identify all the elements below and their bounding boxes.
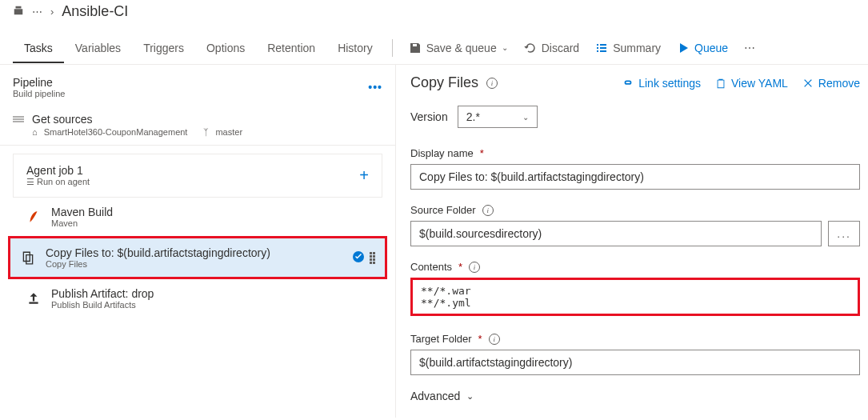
ellipsis-icon: ⋯	[744, 42, 755, 54]
task-row-maven[interactable]: Maven Build Maven	[13, 198, 382, 236]
chevron-down-icon: ⌄	[502, 43, 508, 52]
tab-tasks[interactable]: Tasks	[13, 34, 64, 62]
undo-icon	[524, 42, 537, 54]
info-icon[interactable]: i	[469, 262, 480, 273]
task-title: Maven Build	[51, 206, 113, 218]
info-icon[interactable]: i	[489, 334, 500, 345]
remove-label: Remove	[818, 77, 860, 90]
check-icon	[352, 250, 365, 266]
tabs-bar: Tasks Variables Triggers Options Retenti…	[0, 31, 868, 65]
source-folder-label: Source Folder i	[410, 204, 860, 216]
advanced-label: Advanced	[410, 390, 460, 402]
project-icon	[13, 5, 24, 18]
server-icon: ☰	[26, 177, 34, 186]
task-sub: Publish Build Artifacts	[51, 300, 154, 310]
info-icon[interactable]: i	[486, 78, 498, 89]
view-yaml-label: View YAML	[731, 77, 788, 90]
tab-variables[interactable]: Variables	[64, 34, 132, 62]
source-folder-input[interactable]	[410, 221, 822, 246]
display-name-input[interactable]	[410, 164, 860, 190]
chevron-right-icon: ›	[50, 6, 54, 18]
version-label: Version	[410, 110, 448, 123]
pipeline-header[interactable]: Pipeline Build pipeline •••	[0, 70, 395, 105]
page-title: Ansible-CI	[62, 3, 128, 20]
display-name-label: Display name*	[410, 147, 860, 159]
branch-icon: ᛉ	[203, 127, 209, 137]
get-sources-label: Get sources	[32, 113, 92, 126]
save-queue-label: Save & queue	[426, 42, 497, 54]
breadcrumb: ⋯ › Ansible-CI	[0, 0, 868, 22]
more-button[interactable]: ⋯	[736, 37, 763, 59]
agent-job-sub: ☰ Run on agent	[26, 177, 90, 187]
contents-input[interactable]	[410, 278, 860, 316]
view-yaml-button[interactable]: View YAML	[715, 77, 788, 90]
ellipsis-icon: ...	[837, 227, 851, 240]
agent-job-title: Agent job 1	[26, 164, 90, 177]
link-settings-label: Link settings	[638, 77, 701, 90]
info-icon[interactable]: i	[482, 205, 494, 216]
ellipsis-icon[interactable]: ⋯	[32, 6, 42, 18]
main-content: Pipeline Build pipeline ••• Get sources …	[0, 65, 868, 418]
queue-label: Queue	[694, 42, 728, 54]
add-task-button[interactable]: +	[359, 166, 369, 185]
discard-button[interactable]: Discard	[516, 37, 587, 59]
task-title: Copy Files to: $(build.artifactstagingdi…	[46, 246, 270, 259]
pipeline-panel: Pipeline Build pipeline ••• Get sources …	[0, 65, 396, 418]
copy-icon	[20, 250, 36, 266]
pipeline-sub: Build pipeline	[13, 89, 65, 98]
maven-icon	[26, 209, 42, 225]
save-icon	[409, 42, 422, 54]
close-icon	[802, 78, 814, 89]
play-icon	[677, 42, 690, 54]
chevron-down-icon: ⌄	[522, 113, 529, 122]
agent-job-row[interactable]: Agent job 1 ☰ Run on agent +	[13, 154, 382, 198]
summary-label: Summary	[613, 42, 661, 54]
task-row-copyfiles[interactable]: Copy Files to: $(build.artifactstagingdi…	[8, 236, 387, 279]
drag-handle-icon[interactable]	[370, 252, 375, 264]
version-value: 2.*	[466, 110, 480, 123]
branch-name: master	[215, 127, 242, 137]
link-settings-button[interactable]: Link settings	[622, 77, 701, 90]
target-folder-label: Target Folder* i	[410, 333, 860, 345]
summary-button[interactable]: Summary	[587, 37, 669, 59]
task-title: Publish Artifact: drop	[51, 287, 154, 300]
queue-button[interactable]: Queue	[669, 37, 736, 59]
remove-button[interactable]: Remove	[802, 77, 860, 90]
task-details-panel: Copy Files i Link settings View YAML Rem…	[396, 65, 868, 418]
task-sub: Copy Files	[46, 259, 270, 269]
save-queue-button[interactable]: Save & queue ⌄	[401, 37, 516, 59]
target-folder-input[interactable]	[410, 350, 860, 375]
contents-label: Contents* i	[410, 261, 860, 273]
version-select[interactable]: 2.* ⌄	[458, 106, 538, 128]
list-icon	[595, 42, 608, 54]
tab-options[interactable]: Options	[195, 34, 256, 62]
tab-retention[interactable]: Retention	[256, 34, 326, 62]
task-sub: Maven	[51, 218, 113, 228]
browse-button[interactable]: ...	[828, 221, 860, 246]
link-icon	[622, 78, 634, 89]
divider	[392, 39, 393, 57]
chevron-down-icon: ⌄	[466, 391, 474, 402]
details-title-row: Copy Files i	[410, 74, 498, 91]
sources-icon	[13, 113, 24, 126]
repo-icon: ⌂	[32, 127, 38, 137]
tab-triggers[interactable]: Triggers	[132, 34, 195, 62]
get-sources-row[interactable]: Get sources ⌂ SmartHotel360-CouponManage…	[0, 105, 395, 146]
publish-icon	[26, 290, 42, 306]
tab-history[interactable]: History	[326, 34, 384, 62]
advanced-section-toggle[interactable]: Advanced ⌄	[410, 390, 860, 402]
details-title: Copy Files	[410, 74, 478, 91]
task-row-publish[interactable]: Publish Artifact: drop Publish Build Art…	[13, 279, 382, 318]
repo-name: SmartHotel360-CouponManagement	[44, 127, 188, 137]
pipeline-name: Pipeline	[13, 76, 65, 89]
clipboard-icon	[715, 78, 726, 89]
pipeline-more-icon[interactable]: •••	[368, 81, 382, 94]
discard-label: Discard	[542, 42, 579, 54]
